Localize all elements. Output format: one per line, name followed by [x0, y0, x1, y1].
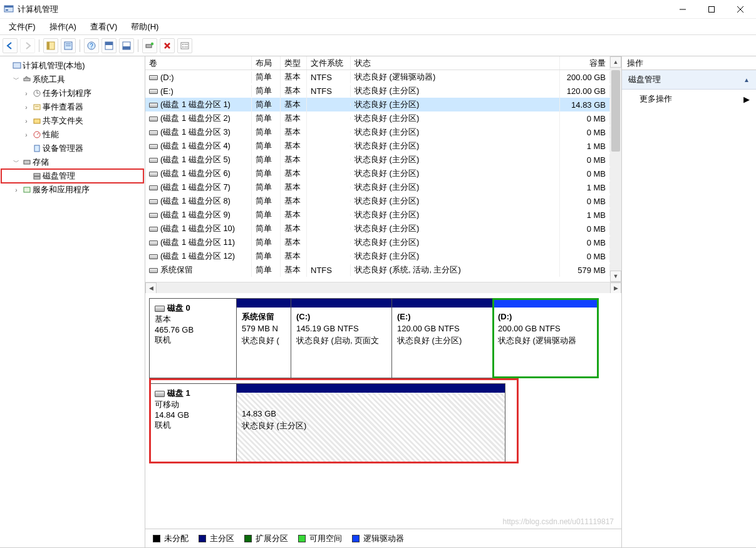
partition[interactable]: (D:)200.00 GB NTFS状态良好 (逻辑驱动器 — [492, 298, 599, 378]
volume-row[interactable]: (E:)简单基本NTFS状态良好 (主分区)120.00 GB — [145, 84, 610, 98]
delete-button[interactable] — [160, 38, 175, 53]
volume-row[interactable]: (磁盘 1 磁盘分区 11)简单基本状态良好 (主分区)0 MB — [145, 235, 610, 249]
disk-icon — [149, 130, 158, 135]
disk-icon — [149, 172, 158, 177]
scroll-thumb[interactable] — [611, 70, 620, 152]
forward-button[interactable] — [20, 38, 35, 53]
tree-shared-folders[interactable]: ›共享文件夹 — [1, 114, 143, 128]
settings-button[interactable] — [142, 38, 157, 53]
col-layout[interactable]: 布局 — [252, 56, 281, 70]
volume-row[interactable]: (D:)简单基本NTFS状态良好 (逻辑驱动器)200.00 GB — [145, 70, 610, 84]
volume-row[interactable]: (磁盘 1 磁盘分区 4)简单基本状态良好 (主分区)1 MB — [145, 139, 610, 153]
menu-view[interactable]: 查看(V) — [85, 20, 122, 34]
volume-row[interactable]: (磁盘 1 磁盘分区 12)简单基本状态良好 (主分区)0 MB — [145, 249, 610, 263]
legend-swatch-logical — [352, 535, 360, 542]
maximize-button[interactable] — [697, 0, 726, 19]
minimize-button[interactable] — [668, 0, 697, 19]
volume-row[interactable]: 系统保留简单基本NTFS状态良好 (系统, 活动, 主分区)579 MB — [145, 263, 610, 277]
app-icon — [4, 4, 14, 14]
volume-row[interactable]: (磁盘 1 磁盘分区 5)简单基本状态良好 (主分区)0 MB — [145, 153, 610, 167]
scroll-up-button[interactable]: ▲ — [610, 56, 621, 68]
disk-icon — [149, 268, 158, 273]
chevron-right-icon: ▶ — [743, 95, 750, 104]
scroll-down-button[interactable]: ▼ — [610, 271, 621, 282]
volume-row[interactable]: (磁盘 1 磁盘分区 8)简单基本状态良好 (主分区)0 MB — [145, 194, 610, 208]
tree-disk-management[interactable]: 磁盘管理 — [1, 169, 143, 183]
disk-info[interactable]: 磁盘 1可移动14.84 GB联机 — [149, 383, 237, 463]
tree-performance[interactable]: ›性能 — [1, 128, 143, 142]
disk-info[interactable]: 磁盘 0基本465.76 GB联机 — [149, 298, 237, 378]
close-button[interactable] — [726, 0, 755, 19]
col-type[interactable]: 类型 — [281, 56, 307, 70]
tree-label: 存储 — [33, 157, 49, 168]
scroll-track[interactable] — [610, 68, 621, 271]
scroll-right-button[interactable]: ▶ — [610, 282, 621, 294]
menu-action[interactable]: 操作(A) — [44, 20, 81, 34]
tree-storage[interactable]: ﹀存储 — [1, 155, 143, 169]
volume-list-hscrollbar[interactable]: ◀ ▶ — [145, 282, 621, 293]
partition-header — [237, 299, 291, 308]
scroll-left-button[interactable]: ◀ — [145, 282, 157, 294]
watermark: https://blog.csdn.net/u011119817 — [503, 517, 614, 526]
partition[interactable]: 14.83 GB状态良好 (主分区) — [236, 383, 505, 463]
svg-point-21 — [182, 44, 184, 45]
legend-swatch-extended — [244, 535, 252, 542]
svg-point-19 — [151, 42, 153, 44]
disk-icon — [149, 227, 158, 232]
svg-rect-20 — [181, 43, 189, 49]
tree-services-apps[interactable]: ›服务和应用程序 — [1, 183, 143, 197]
col-capacity[interactable]: 容量 — [560, 56, 610, 70]
help-button[interactable]: ? — [84, 38, 99, 53]
tree-device-manager[interactable]: 设备管理器 — [1, 142, 143, 155]
svg-rect-38 — [24, 187, 30, 192]
svg-rect-26 — [24, 78, 30, 81]
volume-list-vscrollbar[interactable]: ▲ ▼ — [610, 56, 621, 282]
col-filesystem[interactable]: 文件系统 — [307, 56, 351, 70]
tree-task-scheduler[interactable]: ›任务计划程序 — [1, 86, 143, 100]
col-volume[interactable]: 卷 — [145, 56, 252, 70]
tree-label: 性能 — [43, 129, 59, 140]
tree-system-tools[interactable]: ﹀系统工具 — [1, 73, 143, 86]
actions-section-diskmgmt[interactable]: 磁盘管理 ▲ — [622, 70, 756, 90]
navigation-tree[interactable]: 计算机管理(本地) ﹀系统工具 ›任务计划程序 ›事件查看器 ›共享文件夹 ›性… — [0, 56, 145, 547]
volume-row[interactable]: (磁盘 1 磁盘分区 9)简单基本状态良好 (主分区)1 MB — [145, 208, 610, 222]
partition[interactable]: (E:)120.00 GB NTFS状态良好 (主分区) — [391, 298, 493, 378]
tree-label: 共享文件夹 — [43, 115, 83, 127]
volume-row[interactable]: (磁盘 1 磁盘分区 1)简单基本状态良好 (主分区)14.83 GB — [145, 98, 610, 111]
back-button[interactable] — [3, 38, 18, 53]
volume-list-header[interactable]: 卷 布局 类型 文件系统 状态 容量 — [145, 56, 610, 70]
disk-icon — [149, 240, 158, 246]
partition-header — [392, 299, 492, 308]
legend-swatch-unallocated — [153, 535, 160, 542]
volume-list[interactable]: 卷 布局 类型 文件系统 状态 容量 (D:)简单基本NTFS状态良好 (逻辑驱… — [145, 56, 610, 282]
disk-icon — [149, 144, 158, 149]
volume-row[interactable]: (磁盘 1 磁盘分区 10)简单基本状态良好 (主分区)0 MB — [145, 222, 610, 235]
menu-help[interactable]: 帮助(H) — [126, 20, 163, 34]
volume-row[interactable]: (磁盘 1 磁盘分区 7)简单基本状态良好 (主分区)1 MB — [145, 180, 610, 194]
partition[interactable]: 系统保留579 MB N状态良好 ( — [236, 298, 291, 378]
scroll-htrack[interactable] — [157, 282, 610, 293]
view-top-button[interactable] — [101, 38, 117, 53]
actions-more[interactable]: 更多操作 ▶ — [622, 90, 756, 108]
properties-button[interactable] — [61, 38, 76, 53]
view-bottom-button[interactable] — [119, 38, 134, 53]
window-title: 计算机管理 — [18, 4, 668, 15]
volume-row[interactable]: (磁盘 1 磁盘分区 3)简单基本状态良好 (主分区)0 MB — [145, 125, 610, 139]
tree-root[interactable]: 计算机管理(本地) — [1, 59, 143, 73]
tree-event-viewer[interactable]: ›事件查看器 — [1, 100, 143, 114]
tree-label: 任务计划程序 — [43, 88, 91, 99]
legend-extended: 扩展分区 — [256, 533, 288, 544]
actions-header: 操作 — [622, 56, 756, 70]
show-hide-tree-button[interactable] — [43, 38, 58, 53]
svg-rect-2 — [6, 9, 8, 11]
svg-rect-32 — [34, 119, 40, 123]
legend-unallocated: 未分配 — [164, 533, 189, 544]
disk-map[interactable]: 磁盘 0基本465.76 GB联机系统保留579 MB N状态良好 ((C:)1… — [145, 293, 621, 529]
col-status[interactable]: 状态 — [351, 56, 560, 70]
partition[interactable]: (C:)145.19 GB NTFS状态良好 (启动, 页面文 — [291, 298, 392, 378]
volume-row[interactable]: (磁盘 1 磁盘分区 2)简单基本状态良好 (主分区)0 MB — [145, 111, 610, 125]
volume-row[interactable]: (磁盘 1 磁盘分区 6)简单基本状态良好 (主分区)0 MB — [145, 167, 610, 180]
list-settings-button[interactable] — [177, 38, 192, 53]
menu-file[interactable]: 文件(F) — [4, 20, 41, 34]
legend-swatch-free — [298, 535, 306, 542]
